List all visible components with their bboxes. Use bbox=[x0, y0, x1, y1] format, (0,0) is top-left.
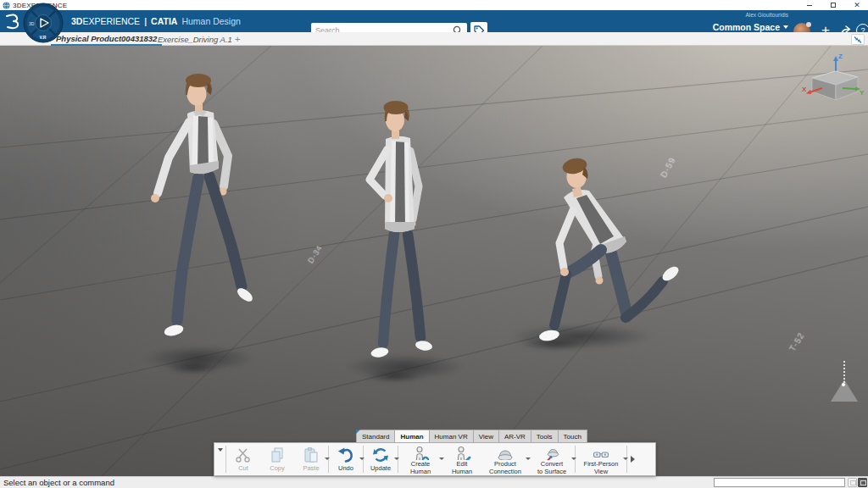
brand-divider: | bbox=[144, 16, 147, 26]
maximize-icon bbox=[831, 3, 836, 8]
minimize-icon bbox=[807, 5, 812, 6]
presence-dot bbox=[806, 22, 811, 27]
maximize-button[interactable] bbox=[822, 0, 844, 10]
panel-restore-icon[interactable] bbox=[848, 478, 857, 487]
collapse-arrows-icon bbox=[853, 36, 863, 44]
view-cube[interactable]: Z X Y bbox=[802, 49, 866, 105]
button-label: Update bbox=[370, 464, 391, 472]
button-label: Create bbox=[411, 460, 431, 468]
cut-button[interactable]: Cut bbox=[226, 443, 260, 475]
compass-vr-label: V.R bbox=[40, 35, 47, 40]
ribbon-tab-strip: Standard Human Human VR View AR-VR Tools… bbox=[356, 430, 587, 443]
dropdown-arrow-icon[interactable] bbox=[623, 458, 628, 460]
convert-to-surface-button[interactable]: Convert to Surface bbox=[529, 443, 575, 475]
chevron-right-icon bbox=[631, 456, 635, 463]
space-label: Common Space bbox=[713, 22, 780, 32]
doc-tab-exercise-driving[interactable]: Exercise_Driving A.1 bbox=[153, 32, 237, 46]
first-person-view-icon bbox=[592, 446, 610, 460]
brand-3d: 3D bbox=[71, 16, 82, 26]
product-connection-icon bbox=[496, 446, 515, 460]
chevron-down-icon bbox=[783, 25, 788, 29]
button-label: Undo bbox=[338, 464, 353, 472]
update-button[interactable]: Update bbox=[364, 443, 398, 475]
button-label: Copy bbox=[270, 464, 285, 472]
brand-text: 3DEXPERIENCE | CATIA Human Design bbox=[71, 10, 241, 32]
cut-icon bbox=[234, 446, 253, 464]
button-label: Convert bbox=[541, 460, 563, 468]
status-message: Select an object or a command bbox=[3, 478, 114, 487]
button-label: Human bbox=[410, 468, 431, 475]
human-model-kneeling[interactable] bbox=[513, 148, 691, 352]
chevron-down-icon bbox=[218, 448, 223, 452]
paste-button[interactable]: Paste bbox=[294, 443, 328, 475]
user-name: Alex Gioultouridis bbox=[653, 12, 788, 19]
collapse-viewport-button[interactable] bbox=[851, 34, 865, 45]
ribbon-toolbar: Cut Copy Paste Undo bbox=[214, 442, 656, 476]
minimize-button[interactable] bbox=[798, 0, 821, 10]
brand-catia: CATIA bbox=[151, 16, 177, 26]
ribbon-tab-view[interactable]: View bbox=[473, 430, 498, 443]
status-bar: Select an object or a command bbox=[0, 476, 868, 488]
app-globe-icon bbox=[3, 2, 10, 9]
model-shadow bbox=[364, 369, 424, 383]
convert-to-surface-icon bbox=[542, 446, 561, 460]
doc-tab-label: Physical Product00431832 bbox=[56, 34, 157, 43]
ribbon-tab-ar-vr[interactable]: AR-VR bbox=[498, 430, 531, 443]
button-label: View bbox=[594, 468, 608, 475]
button-label: Edit bbox=[457, 460, 468, 468]
product-connection-button[interactable]: Product Connection bbox=[481, 443, 529, 475]
app-module-label: Human Design bbox=[181, 16, 240, 26]
ribbon-tab-standard[interactable]: Standard bbox=[356, 430, 394, 443]
first-person-view-button[interactable]: First-Person View bbox=[576, 443, 626, 475]
doc-tab-physical-product[interactable]: Physical Product00431832 bbox=[51, 32, 162, 46]
ribbon-overflow-button[interactable] bbox=[627, 443, 638, 475]
edit-human-icon bbox=[453, 446, 471, 460]
compass-3d-label: 3D bbox=[29, 21, 35, 26]
top-bar: 3DEXPERIENCE | CATIA Human Design Alex G… bbox=[0, 10, 868, 32]
doc-tab-label: Exercise_Driving A.1 bbox=[158, 35, 232, 44]
axis-y-label: Y bbox=[860, 89, 865, 97]
app-window: 3DEXPERIENCE ✕ 3DEXPERIENCE | CATIA Huma… bbox=[0, 0, 868, 488]
doc-tabbar: Physical Product00431832 Exercise_Drivin… bbox=[0, 32, 868, 46]
space-dropdown[interactable]: Common Space bbox=[713, 22, 788, 32]
ribbon-anchor-icon bbox=[356, 430, 360, 434]
create-human-icon bbox=[411, 446, 430, 460]
ribbon-tab-human-vr[interactable]: Human VR bbox=[429, 430, 473, 443]
human-model-walking[interactable] bbox=[142, 69, 257, 358]
undo-icon bbox=[337, 446, 355, 464]
button-label: Cut bbox=[238, 464, 248, 472]
button-label: Connection bbox=[489, 468, 521, 475]
button-label: to Surface bbox=[537, 468, 566, 475]
create-human-button[interactable]: Create Human bbox=[398, 443, 442, 475]
close-button[interactable]: ✕ bbox=[846, 0, 868, 10]
window-titlebar: 3DEXPERIENCE ✕ bbox=[0, 0, 868, 10]
button-label: Human bbox=[452, 468, 472, 475]
compass-widget[interactable]: 3D V.R bbox=[23, 3, 64, 43]
ribbon-collapse-button[interactable] bbox=[214, 443, 225, 475]
axis-x-label: X bbox=[802, 86, 807, 93]
edit-human-button[interactable]: Edit Human bbox=[442, 443, 481, 475]
ribbon-tab-touch[interactable]: Touch bbox=[558, 430, 587, 443]
paste-icon bbox=[302, 446, 320, 464]
command-input[interactable] bbox=[714, 478, 845, 487]
button-label: First-Person bbox=[584, 460, 619, 468]
new-tab-button[interactable]: + bbox=[231, 32, 244, 46]
copy-icon bbox=[268, 446, 287, 464]
ribbon-tab-human[interactable]: Human bbox=[394, 430, 428, 443]
ground-marker-dot bbox=[842, 383, 845, 386]
button-label: Paste bbox=[303, 464, 319, 472]
brand-experience: EXPERIENCE bbox=[82, 16, 140, 26]
update-icon bbox=[371, 446, 390, 464]
model-shadow bbox=[166, 361, 220, 374]
undo-button[interactable]: Undo bbox=[329, 443, 363, 475]
axis-z-label: Z bbox=[838, 53, 843, 60]
copy-button[interactable]: Copy bbox=[260, 443, 294, 475]
ribbon-tab-tools[interactable]: Tools bbox=[531, 430, 558, 443]
button-label: Product bbox=[494, 460, 516, 468]
human-model-standing[interactable] bbox=[343, 95, 445, 370]
display-mode-icon[interactable] bbox=[858, 478, 867, 487]
user-block: Alex Gioultouridis Common Space bbox=[653, 12, 788, 34]
viewport-3d[interactable]: D-34 D-59 T-52 bbox=[0, 46, 868, 476]
